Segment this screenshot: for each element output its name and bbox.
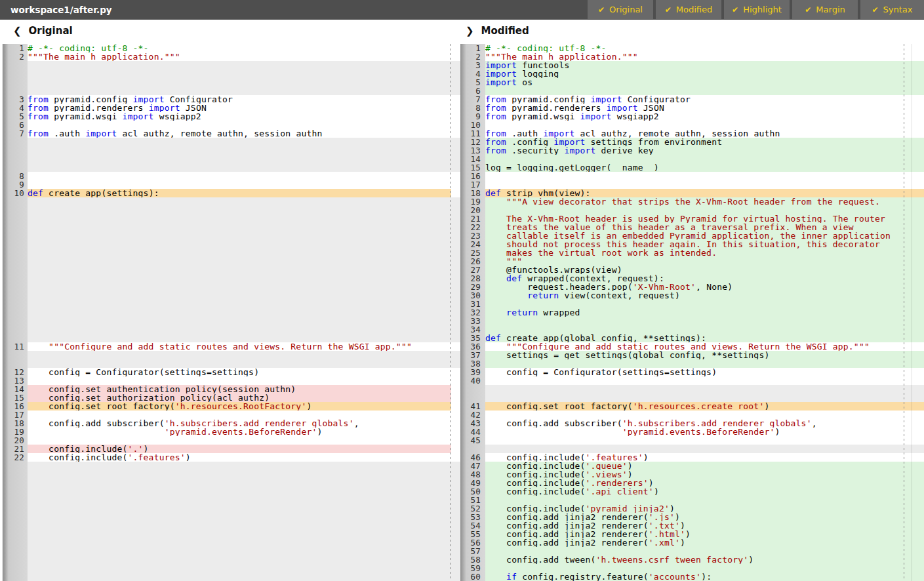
line-number: 2: [0, 52, 28, 61]
pane-edge-strip: [451, 87, 460, 95]
line-number: 5: [460, 78, 485, 87]
code-line: @functools.wraps(view): [485, 266, 924, 274]
code-line: The X-Vhm-Root header is used by Pyramid…: [485, 214, 924, 223]
line-number: [0, 197, 28, 206]
code-token: log = logging.getLogger(__name__): [485, 163, 659, 172]
code-token: '.features': [586, 453, 643, 462]
code-token: """Configure and add static routes and v…: [28, 342, 412, 351]
code-token: ): [748, 555, 753, 564]
code-line: config.add_subscriber('h.subscribers.add…: [485, 419, 924, 428]
code-token: ): [670, 504, 675, 513]
code-token: 'accounts': [649, 572, 701, 581]
code-line: [28, 325, 451, 334]
code-token: import: [553, 138, 585, 146]
line-number: [0, 470, 28, 479]
margin-line-modified: [904, 44, 904, 581]
code-token: ): [317, 428, 322, 436]
code-token: from: [28, 112, 49, 121]
code-line: 'pyramid.events.BeforeRender'): [28, 428, 451, 436]
code-line: [485, 411, 924, 419]
code-line: [28, 197, 451, 206]
toggle-syntax-button[interactable]: ✔Syntax: [860, 0, 924, 19]
diff-row: [0, 155, 460, 163]
code-line: [485, 300, 924, 308]
code-token: '.views': [586, 470, 628, 479]
diff-row: 29 request.headers.pop('X-Vhm-Root', Non…: [460, 283, 924, 291]
toggle-original-label: Original: [609, 5, 643, 14]
toggle-modified-button[interactable]: ✔Modified: [656, 0, 721, 19]
code-line: """Configure and add static routes and v…: [28, 342, 451, 351]
line-number: [0, 257, 28, 266]
line-number: 10: [0, 189, 28, 197]
diff-row: 16: [460, 172, 924, 180]
code-token: ): [680, 538, 685, 547]
code-token: config.include(: [485, 479, 586, 487]
pane-edge-strip: [451, 104, 460, 112]
code-line: [28, 411, 451, 419]
code-line: config.add_jinja2_renderer('.txt'): [485, 521, 924, 530]
diff-row: [0, 359, 460, 368]
code-token: ,: [812, 419, 817, 428]
code-token: config.set_authorization_policy(acl_auth…: [28, 393, 270, 402]
diff-row: [0, 206, 460, 214]
toolbar: ✔Original ✔Modified ✔Highlight ✔Margin ✔…: [588, 0, 924, 20]
code-token: strip_vhm(view):: [501, 189, 590, 197]
code-line: config.set_authorization_policy(acl_auth…: [28, 393, 451, 402]
code-line: [485, 155, 924, 163]
code-token: 'X-Vhm-Root': [633, 283, 696, 291]
pane-edge-strip: [451, 172, 460, 180]
pane-edge-strip: [451, 419, 460, 428]
code-line: [28, 555, 451, 564]
code-token: ): [643, 453, 649, 462]
code-line: [28, 70, 451, 78]
pane-edge-strip: [451, 479, 460, 487]
code-token: import: [543, 129, 574, 138]
line-number: [0, 70, 28, 78]
line-number: [0, 351, 28, 359]
code-line: def create_app(global_config, **settings…: [485, 334, 924, 342]
code-token: ): [628, 470, 633, 479]
code-line: settings = get_settings(global_config, *…: [485, 351, 924, 359]
diff-row: [0, 496, 460, 504]
code-token: 'pyramid.events.BeforeRender': [165, 428, 317, 436]
code-token: ): [774, 428, 780, 436]
pane-edge-strip: [451, 504, 460, 513]
line-number: [0, 513, 28, 521]
pane-edge-strip: [451, 317, 460, 325]
code-token: config.add_subscriber(: [28, 419, 165, 428]
original-pane[interactable]: 1# -*- coding: utf-8 -*-2"""The main h a…: [0, 44, 460, 581]
pane-edge-strip: [451, 572, 460, 581]
code-token: ):: [701, 572, 712, 581]
pane-edge-strip: [451, 453, 460, 462]
diff-row: 60 if config.registry.feature('accounts'…: [460, 572, 924, 581]
toggle-original-button[interactable]: ✔Original: [588, 0, 653, 19]
code-token: def: [506, 274, 522, 283]
line-number: [0, 462, 28, 470]
code-token: JSON: [638, 104, 664, 112]
modified-pane[interactable]: 1# -*- coding: utf-8 -*-2"""The main h a…: [460, 44, 924, 581]
code-line: from pyramid.renderers import JSON: [28, 104, 451, 112]
check-icon: ✔: [732, 6, 738, 14]
code-line: config.add_jinja2_renderer('.html'): [485, 530, 924, 538]
code-line: 'pyramid.events.BeforeRender'): [485, 428, 924, 436]
code-token: pyramid.config: [49, 95, 132, 104]
diff-row: [0, 87, 460, 95]
code-line: [485, 547, 924, 555]
code-token: create_app(settings):: [43, 189, 159, 197]
code-token: settings_from_environment: [586, 138, 723, 146]
diff-row: [0, 78, 460, 87]
code-token: def: [28, 189, 43, 197]
pane-edge-strip: [451, 436, 460, 445]
code-line: from pyramid.wsgi import wsgiapp2: [485, 112, 924, 121]
toggle-margin-button[interactable]: ✔Margin: [792, 0, 858, 19]
code-token: .security: [506, 146, 564, 155]
code-token: Configurator: [622, 95, 691, 104]
code-line: should not process this header again. In…: [485, 240, 924, 249]
code-token: [28, 428, 165, 436]
diff-row: 38: [460, 359, 924, 368]
code-token: functools: [517, 61, 569, 70]
toggle-highlight-button[interactable]: ✔Highlight: [724, 0, 790, 19]
code-line: [28, 436, 451, 445]
code-line: config = Configurator(settings=settings): [28, 368, 451, 376]
line-number: [0, 61, 28, 70]
